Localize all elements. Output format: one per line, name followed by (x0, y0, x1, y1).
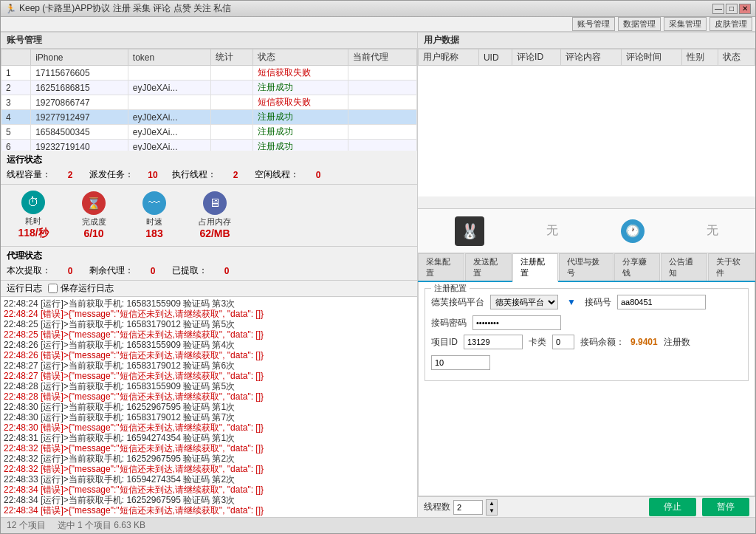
config-tab[interactable]: 发送配置 (465, 253, 512, 281)
log-line: 22:48:30 [运行]>当前获取手机: 16252967595 验证码 第1… (4, 402, 414, 412)
thread-capacity-value: 2 (63, 170, 78, 180)
balance-label: 接码余额： (580, 336, 625, 349)
table-row[interactable]: 5 16584500345 eyJ0eXAi... 注册成功 (1, 125, 417, 140)
config-row-1: 德芙接码平台 德芙接码平台 ▼ 接码号 接码密码 (431, 295, 742, 330)
cell-stat (211, 66, 252, 81)
log-line: 22:48:34 [运行]>当前获取手机: 16252967595 验证码 第3… (4, 495, 414, 505)
config-tab[interactable]: 公告通知 (661, 253, 707, 281)
thread-capacity-label: 线程容量： (7, 168, 51, 181)
table-row[interactable]: 2 16251686815 eyJ0eXAi... 注册成功 (1, 81, 417, 95)
thread-up-btn[interactable]: ▲ (487, 500, 497, 507)
thread-label: 线程数 (424, 501, 450, 513)
none-text-2: 无 (707, 223, 718, 239)
log-line: 22:48:28 [运行]>当前获取手机: 16583155909 验证码 第5… (4, 381, 414, 391)
proxy-title: 代理状态 (7, 250, 411, 262)
save-log-label[interactable]: 保存运行日志 (48, 282, 114, 295)
project-id-input[interactable] (464, 335, 523, 349)
main-window: 🏃 Keep (卡路里)APP协议 注册 采集 评论 点赞 关注 私信 — □ … (0, 0, 756, 534)
account-section-header: 账号管理 (1, 32, 417, 49)
log-title: 运行日志 (7, 282, 42, 295)
thread-down-btn[interactable]: ▼ (487, 507, 497, 515)
elapsed-value: 118/秒 (10, 227, 57, 240)
log-section: 运行日志 保存运行日志 22:48:24 [运行]>当前获取手机: 165831… (1, 281, 417, 517)
cell-iphone: 17115676605 (31, 66, 128, 81)
action-buttons: 停止 暂停 (649, 498, 749, 516)
nav-collect-mgmt[interactable]: 采集管理 (664, 17, 707, 31)
log-line: 22:48:27 [错误]>{"message":"短信还未到达,请继续获取",… (4, 371, 414, 381)
decode-input[interactable] (617, 295, 706, 309)
cell-proxy (348, 140, 417, 151)
tab-content: 注册配置 德芙接码平台 德芙接码平台 ▼ 接码号 接码密码 (418, 282, 755, 496)
status-footer: 12 个项目 选中 1 个项目 6.63 KB (1, 517, 755, 533)
config-tab[interactable]: 注册配置 (512, 253, 559, 282)
idle-value: 0 (311, 170, 326, 180)
table-row[interactable]: 4 19277912497 eyJ0eXAi... 注册成功 (1, 110, 417, 125)
completion-card: ⌛ 完成度 6/10 (64, 188, 123, 242)
pause-button[interactable]: 暂停 (702, 498, 749, 516)
main-content: 账号管理 iPhone token 统计 状态 当前代理 (1, 32, 755, 517)
log-line: 22:48:26 [运行]>当前获取手机: 16583155909 验证码 第4… (4, 340, 414, 350)
cell-status: 注册成功 (252, 110, 348, 125)
cell-iphone: 16584500345 (31, 125, 128, 140)
stop-button[interactable]: 停止 (649, 498, 696, 516)
password-input[interactable] (472, 315, 561, 330)
thread-input[interactable] (453, 500, 483, 515)
remaining-label: 剩余代理： (89, 264, 134, 277)
save-log-checkbox[interactable] (48, 284, 58, 293)
password-label: 接码密码 (431, 317, 467, 329)
col-gender: 性别 (681, 49, 718, 66)
elapsed-card: ⏱ 耗时 118/秒 (4, 188, 63, 243)
table-row[interactable]: 3 19270866747 短信获取失败 (1, 95, 417, 110)
card-type-label: 卡类 (529, 336, 546, 349)
col-comment-content: 评论内容 (560, 49, 621, 66)
log-line: 22:48:30 [错误]>{"message":"短信还未到达,请继续获取",… (4, 422, 414, 433)
dispatch-label: 派发任务： (89, 168, 134, 181)
nav-skin-mgmt[interactable]: 皮肤管理 (709, 17, 752, 31)
dispatch-value: 10 (145, 170, 160, 180)
cell-num: 5 (1, 125, 31, 140)
cell-stat (211, 110, 252, 125)
card-type-input[interactable] (552, 335, 574, 349)
cell-token: eyJ0eXAi... (128, 81, 210, 95)
table-row[interactable]: 1 17115676605 短信获取失败 (1, 66, 417, 81)
config-tab[interactable]: 代理与拨号 (559, 253, 613, 281)
run-status-row: 线程容量： 2 派发任务： 10 执行线程： 2 空闲线程： 0 (7, 168, 411, 181)
cell-status: 注册成功 (252, 81, 348, 95)
cell-proxy (348, 110, 417, 125)
memory-card: 🖥 占用内存 62/MB (185, 188, 244, 242)
config-tab[interactable]: 采集配置 (418, 253, 464, 281)
cell-num: 6 (1, 140, 31, 151)
cell-iphone: 16251686815 (31, 81, 128, 95)
config-tab[interactable]: 分享赚钱 (614, 253, 661, 281)
log-content[interactable]: 22:48:24 [运行]>当前获取手机: 16583155909 验证码 第3… (1, 297, 417, 517)
log-line: 22:48:34 [错误]>{"message":"短信还未到达,请继续获取",… (4, 485, 414, 495)
col-comment-id: 评论ID (512, 49, 561, 66)
nav-data-mgmt[interactable]: 数据管理 (618, 17, 661, 31)
col-num (1, 49, 31, 66)
register-count-input[interactable] (431, 355, 490, 370)
cell-iphone: 19232719140 (31, 140, 128, 151)
table-row[interactable]: 6 19232719140 eyJ0eXAi... 注册成功 (1, 140, 417, 151)
platform-select[interactable]: 德芙接码平台 (490, 295, 558, 309)
account-table-container[interactable]: iPhone token 统计 状态 当前代理 1 17115676605 短信… (1, 49, 417, 151)
tab-bar: 采集配置发送配置注册配置代理与拨号分享赚钱公告通知关于软件 (418, 253, 755, 282)
cell-proxy (348, 95, 417, 110)
col-proxy: 当前代理 (348, 49, 417, 66)
right-panel: 用户数据 用户昵称 UID 评论ID 评论内容 评论时间 性别 (418, 32, 755, 517)
nav-account-mgmt[interactable]: 账号管理 (572, 17, 615, 31)
close-button[interactable]: ✕ (739, 4, 751, 14)
config-tab[interactable]: 关于软件 (708, 253, 755, 281)
user-table-container[interactable]: 用户昵称 UID 评论ID 评论内容 评论时间 性别 状态 (418, 49, 755, 196)
cell-stat (211, 95, 252, 110)
none-text-1: 无 (546, 223, 558, 239)
account-table: iPhone token 统计 状态 当前代理 1 17115676605 短信… (1, 49, 417, 151)
log-line: 22:48:34 [错误]>{"message":"短信还未到达,请继续获取",… (4, 505, 414, 516)
log-line: 22:48:27 [运行]>当前获取手机: 16583179012 验证码 第6… (4, 360, 414, 371)
minimize-button[interactable]: — (712, 4, 724, 14)
log-line: 22:48:32 [错误]>{"message":"短信还未到达,请继续获取",… (4, 464, 414, 474)
cell-stat (211, 125, 252, 140)
log-line: 22:48:25 [运行]>当前获取手机: 16583179012 验证码 第5… (4, 319, 414, 329)
idle-label: 空闲线程： (255, 168, 299, 181)
maximize-button[interactable]: □ (726, 4, 738, 14)
platform-label: 德芙接码平台 (431, 296, 484, 309)
